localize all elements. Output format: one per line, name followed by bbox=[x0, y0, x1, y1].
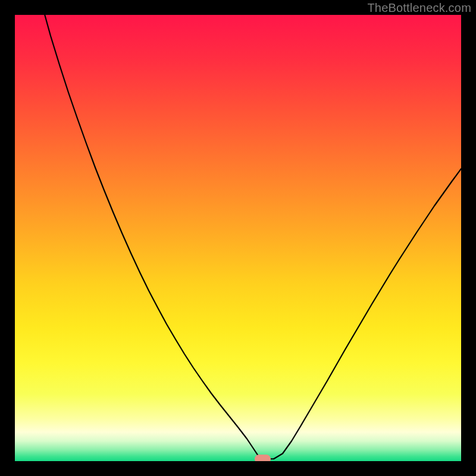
min-marker bbox=[255, 455, 271, 461]
bottleneck-curve bbox=[15, 15, 461, 461]
plot-area bbox=[15, 15, 461, 461]
watermark-text: TheBottleneck.com bbox=[367, 1, 471, 15]
chart-frame: TheBottleneck.com bbox=[0, 0, 476, 476]
